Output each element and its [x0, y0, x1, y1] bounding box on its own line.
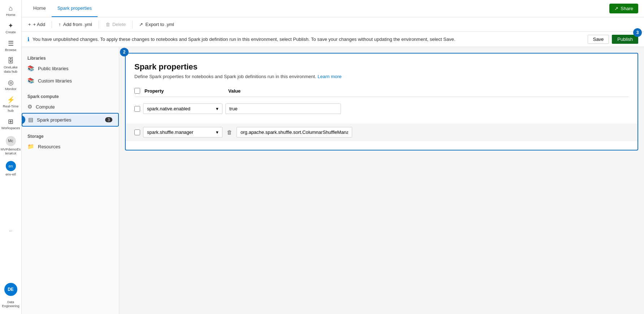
card-title: Spark properties	[134, 62, 629, 72]
chevron-down-icon-2: ▾	[216, 130, 219, 135]
sidebar-item-workspaces[interactable]: ⊞ Workspaces	[1, 116, 20, 132]
property-row-2: spark.shuffle.manager ▾ 🗑	[126, 123, 637, 141]
libraries-section: Libraries	[22, 53, 119, 62]
sidebar-item-realtime[interactable]: ⚡ Real-Time hub	[1, 94, 20, 115]
storage-section: Storage	[22, 131, 119, 140]
monitor-icon: ◎	[8, 79, 14, 86]
spark-properties-nav-wrapper: 1 ▤ Spark properties 3	[22, 113, 119, 127]
col-property: Property	[143, 88, 222, 94]
home-icon: ⌂	[9, 5, 13, 12]
separator-3	[132, 21, 133, 28]
sidebar: ⌂ Home ✦ Create ☰ Browse 🗄 OneLake data …	[0, 0, 22, 314]
separator-2	[99, 21, 99, 28]
add-from-yml-button[interactable]: ↑ Add from .yml	[55, 20, 96, 29]
sidebar-item-browse[interactable]: ☰ Browse	[1, 38, 20, 54]
tab-spark-properties[interactable]: Spark properties	[52, 0, 98, 17]
save-button[interactable]: Save	[588, 35, 609, 44]
add-icon: +	[28, 22, 31, 27]
mvp-icon: Mc	[6, 136, 16, 146]
notification-bar: ℹ You have unpublished changes. To apply…	[22, 32, 644, 47]
sidebar-item-monitor[interactable]: ◎ Monitor	[1, 77, 20, 93]
export-button[interactable]: ↗ Export to .yml	[135, 20, 177, 29]
row2-checkbox[interactable]	[134, 130, 140, 135]
sidebar-item-env[interactable]: en env-etl	[1, 159, 20, 178]
sidebar-item-home[interactable]: ⌂ Home	[1, 3, 20, 19]
row1-property-select[interactable]: spark.native.enabled ▾	[143, 103, 222, 114]
left-nav: Libraries 📚 Public libraries 📚 Custom li…	[22, 47, 119, 314]
avatar[interactable]: DE	[4, 283, 17, 296]
notification-actions: Save 3 Publish	[588, 35, 638, 44]
property-row-1: spark.native.enabled ▾	[134, 100, 629, 118]
sidebar-item-mvp[interactable]: Mc MVPdemoEs teraKot	[1, 134, 20, 158]
delete-button[interactable]: 🗑 Delete	[102, 20, 130, 29]
row2-value-input[interactable]	[237, 127, 352, 137]
env-icon: en	[6, 161, 16, 171]
export-icon: ↗	[139, 22, 143, 27]
upload-icon: ↑	[59, 22, 61, 27]
create-icon: ✦	[8, 22, 13, 29]
add-button[interactable]: + + Add	[25, 20, 49, 29]
sidebar-item-onelake[interactable]: 🗄 OneLake data hub	[1, 55, 20, 76]
chevron-down-icon: ▾	[216, 106, 219, 111]
nav-item-resources[interactable]: 📁 Resources	[22, 140, 119, 153]
spark-section: Spark compute	[22, 91, 119, 101]
tab-home[interactable]: Home	[27, 0, 52, 17]
custom-libraries-icon: 📚	[27, 77, 34, 84]
card-description: Define Spark properties for notebooks an…	[134, 74, 629, 79]
spark-card-wrapper: 2 Spark properties Define Spark properti…	[125, 53, 638, 150]
main-panel: 2 Spark properties Define Spark properti…	[119, 47, 644, 314]
content-area: Libraries 📚 Public libraries 📚 Custom li…	[22, 47, 644, 314]
row2-delete-button[interactable]: 🗑	[225, 128, 234, 137]
sidebar-item-create[interactable]: ✦ Create	[1, 20, 20, 36]
row-spacer	[134, 118, 629, 123]
realtime-icon: ⚡	[7, 97, 15, 103]
compute-icon: ⚙	[27, 103, 32, 110]
toolbar: + + Add ↑ Add from .yml 🗑 Delete ↗ Expor…	[22, 17, 644, 32]
workspaces-icon: ⊞	[8, 118, 13, 125]
more-icon: ···	[9, 229, 12, 233]
publish-button[interactable]: Publish	[612, 35, 638, 44]
share-button[interactable]: ↗ Share	[609, 4, 638, 13]
resources-icon: 📁	[27, 143, 34, 150]
info-icon: ℹ	[27, 36, 30, 43]
tab-bar: Home Spark properties	[27, 0, 609, 17]
nav-item-custom-libraries[interactable]: 📚 Custom libraries	[22, 75, 119, 87]
share-icon: ↗	[614, 6, 618, 11]
step-2-badge: 2	[120, 48, 129, 56]
table-header: Property Value	[134, 86, 629, 97]
spark-properties-card: Spark properties Define Spark properties…	[125, 53, 638, 150]
nav-item-spark-properties[interactable]: ▤ Spark properties 3	[22, 113, 119, 127]
row2-property-select[interactable]: spark.shuffle.manager ▾	[143, 127, 222, 137]
spark-properties-badge: 3	[105, 117, 112, 122]
row1-value-input[interactable]	[225, 103, 341, 114]
topbar: Home Spark properties ↗ Share	[22, 0, 644, 17]
select-all-checkbox[interactable]	[134, 88, 140, 94]
notification-message: ℹ You have unpublished changes. To apply…	[27, 36, 455, 43]
spark-properties-icon: ▤	[28, 116, 33, 123]
sidebar-more[interactable]: ···	[1, 227, 20, 235]
browse-icon: ☰	[8, 40, 14, 47]
onelake-icon: 🗄	[8, 58, 14, 64]
learn-more-link[interactable]: Learn more	[317, 74, 341, 79]
delete-icon: 🗑	[105, 22, 110, 27]
col-value: Value	[228, 88, 629, 94]
step-3-badge: 3	[633, 28, 642, 37]
nav-item-compute[interactable]: ⚙ Compute	[22, 101, 119, 113]
separator-1	[52, 21, 52, 28]
row1-checkbox[interactable]	[134, 106, 140, 112]
main-area: Home Spark properties ↗ Share + + Add ↑ …	[22, 0, 644, 314]
public-libraries-icon: 📚	[27, 65, 34, 72]
nav-item-public-libraries[interactable]: 📚 Public libraries	[22, 62, 119, 75]
